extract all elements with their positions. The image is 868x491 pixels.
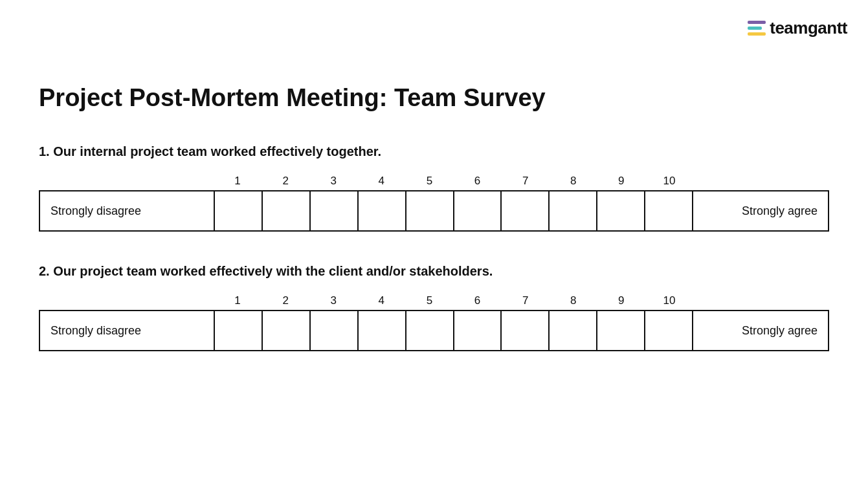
question-2-cells [215, 311, 692, 350]
question-1-label-left: Strongly disagree [40, 191, 215, 230]
scale-cell-q2-8[interactable] [550, 311, 597, 350]
logo-bar-teal [748, 27, 762, 30]
logo-bar-purple [748, 21, 766, 24]
page-title: Project Post-Mortem Meeting: Team Survey [39, 84, 829, 112]
scale-num-q2-8: 8 [550, 294, 597, 307]
question-2-scale-row: Strongly disagree Strongly agree [39, 310, 829, 351]
question-1-scale: 1 2 3 4 5 6 7 8 9 10 Strongly disagree [39, 175, 829, 232]
scale-cell-q2-3[interactable] [311, 311, 359, 350]
scale-num-8: 8 [550, 175, 597, 188]
scale-num-q2-6: 6 [453, 294, 501, 307]
scale-num-5: 5 [405, 175, 453, 188]
scale-num-10: 10 [645, 175, 693, 188]
logo-icon [748, 21, 766, 36]
scale-num-1: 1 [214, 175, 262, 188]
scale-num-q2-3: 3 [309, 294, 357, 307]
scale-cell-5[interactable] [406, 191, 454, 230]
scale-cell-q2-2[interactable] [263, 311, 311, 350]
scale-cell-3[interactable] [311, 191, 359, 230]
scale-cell-1[interactable] [215, 191, 263, 230]
question-2-label-left: Strongly disagree [40, 311, 215, 350]
scale-num-q2-1: 1 [214, 294, 262, 307]
scale-num-4: 4 [357, 175, 405, 188]
scale-num-2: 2 [262, 175, 309, 188]
scale-cell-q2-10[interactable] [645, 311, 692, 350]
question-1-numbers: 1 2 3 4 5 6 7 8 9 10 [214, 175, 693, 188]
question-2-label: 2. Our project team worked effectively w… [39, 264, 829, 279]
scale-cell-10[interactable] [645, 191, 692, 230]
scale-cell-q2-4[interactable] [359, 311, 406, 350]
question-2-numbers: 1 2 3 4 5 6 7 8 9 10 [214, 294, 693, 307]
scale-num-q2-10: 10 [645, 294, 693, 307]
question-1-cells [215, 191, 692, 230]
scale-cell-7[interactable] [502, 191, 550, 230]
scale-num-6: 6 [453, 175, 501, 188]
scale-num-q2-9: 9 [597, 294, 645, 307]
scale-cell-q2-9[interactable] [597, 311, 645, 350]
question-1-scale-row: Strongly disagree Strongly agree [39, 190, 829, 232]
logo: teamgantt [748, 18, 847, 38]
scale-cell-q2-6[interactable] [454, 311, 502, 350]
scale-num-7: 7 [502, 175, 550, 188]
scale-cell-q2-7[interactable] [502, 311, 550, 350]
scale-num-9: 9 [597, 175, 645, 188]
scale-cell-4[interactable] [359, 191, 406, 230]
scale-num-q2-5: 5 [405, 294, 453, 307]
scale-cell-q2-5[interactable] [406, 311, 454, 350]
scale-cell-2[interactable] [263, 191, 311, 230]
scale-cell-6[interactable] [454, 191, 502, 230]
scale-cell-8[interactable] [550, 191, 597, 230]
question-2-scale: 1 2 3 4 5 6 7 8 9 10 Strongly disagree [39, 294, 829, 351]
scale-num-3: 3 [309, 175, 357, 188]
question-2-block: 2. Our project team worked effectively w… [39, 264, 829, 351]
scale-num-q2-2: 2 [262, 294, 309, 307]
question-2-label-right: Strongly agree [692, 311, 828, 350]
question-1-label-right: Strongly agree [692, 191, 828, 230]
question-1-label: 1. Our internal project team worked effe… [39, 144, 829, 159]
scale-num-q2-4: 4 [357, 294, 405, 307]
question-1-block: 1. Our internal project team worked effe… [39, 144, 829, 232]
logo-text: teamgantt [770, 18, 847, 38]
logo-bar-yellow [748, 32, 766, 36]
scale-cell-q2-1[interactable] [215, 311, 263, 350]
scale-num-q2-7: 7 [502, 294, 550, 307]
scale-cell-9[interactable] [597, 191, 645, 230]
